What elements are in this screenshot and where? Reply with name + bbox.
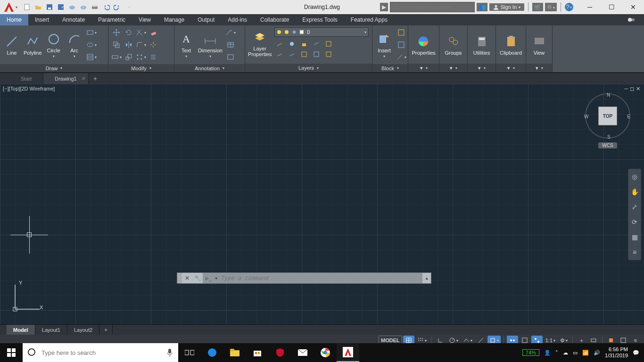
layer-match-icon[interactable]: [323, 39, 334, 49]
zoom-extents-icon[interactable]: ⤢: [630, 202, 639, 212]
clipboard-button[interactable]: Clipboard: [500, 34, 522, 56]
volume-icon[interactable]: 🔊: [594, 350, 600, 356]
wcs-badge[interactable]: WCS: [598, 142, 617, 148]
panel-modify-title[interactable]: Modify: [108, 64, 174, 72]
circle-button[interactable]: Circle▾: [45, 32, 63, 58]
layer-state-icon[interactable]: [323, 49, 334, 59]
layout-tab-model[interactable]: Model: [7, 325, 35, 335]
panel-view-title[interactable]: ▾: [526, 64, 552, 72]
command-input[interactable]: [221, 275, 420, 281]
qat-customize-icon[interactable]: [124, 2, 134, 12]
drawing-viewport[interactable]: [−][Top][2D Wireframe] ─ ◻ ✕ Y X TOP N E…: [0, 84, 644, 324]
open-icon[interactable]: [33, 2, 43, 12]
a360-icon[interactable]: ♲: [545, 3, 557, 11]
search-play-icon[interactable]: ▶: [380, 3, 388, 11]
tab-insert[interactable]: Insert: [28, 14, 56, 25]
viewcube[interactable]: TOP N E S W WCS: [582, 93, 634, 149]
tab-express[interactable]: Express Tools: [296, 14, 344, 25]
utilities-button[interactable]: Utilities: [473, 34, 491, 56]
layout-tab-add[interactable]: ＋: [99, 325, 113, 335]
panel-annotation-title[interactable]: Annotation: [174, 64, 245, 72]
store-icon[interactable]: [246, 343, 269, 362]
tray-chevron-icon[interactable]: ˄: [555, 350, 558, 356]
layout-tab-layout1[interactable]: Layout1: [35, 325, 67, 335]
tab-home[interactable]: Home: [0, 14, 28, 25]
help-search-input[interactable]: [390, 2, 475, 12]
layer-dropdown[interactable]: 0 ▾: [274, 27, 369, 37]
layer-uniso-icon[interactable]: [287, 49, 297, 59]
erase-icon[interactable]: [148, 27, 158, 38]
layer-off-icon[interactable]: [274, 39, 285, 49]
insert-button[interactable]: Insert▾: [375, 32, 393, 58]
chrome-icon[interactable]: [314, 343, 337, 362]
copy-icon[interactable]: [111, 40, 122, 50]
scale-icon[interactable]: [124, 52, 134, 62]
create-block-icon[interactable]: [396, 27, 406, 38]
mirror-icon[interactable]: [124, 40, 134, 50]
undo-icon[interactable]: [101, 2, 111, 12]
signin-button[interactable]: Sign In ▾: [489, 3, 524, 11]
layer-freeze-icon[interactable]: [287, 39, 297, 49]
pan-icon[interactable]: ✋: [630, 187, 639, 197]
groups-button[interactable]: Groups: [445, 34, 462, 56]
navbar-menu-icon[interactable]: ≡: [630, 247, 639, 257]
viewport-maximize-icon[interactable]: ◻: [630, 86, 634, 92]
explode-icon[interactable]: [148, 40, 158, 50]
close-button[interactable]: ✕: [622, 0, 644, 14]
app-menu-button[interactable]: ▾: [0, 0, 20, 14]
cmdline-options-icon[interactable]: 🔧: [192, 273, 203, 283]
offset-icon[interactable]: [148, 52, 158, 62]
rotate-icon[interactable]: [124, 27, 134, 38]
text-button[interactable]: AText▾: [177, 32, 195, 58]
close-tab-icon[interactable]: ✕: [82, 76, 85, 81]
cmdline-drag-handle[interactable]: [177, 273, 182, 283]
viewcube-top-face[interactable]: TOP: [598, 107, 617, 125]
ellipse-icon[interactable]: [86, 40, 97, 50]
table-icon[interactable]: [225, 40, 236, 50]
layer-prev-icon[interactable]: [299, 49, 309, 59]
tab-parametric[interactable]: Parametric: [91, 14, 132, 25]
mail-icon[interactable]: [291, 343, 314, 362]
ribbon-min-toggle[interactable]: [620, 14, 644, 25]
hatch-icon[interactable]: [86, 52, 97, 62]
tray-battery-icon[interactable]: ▭: [573, 350, 578, 356]
view-button[interactable]: View: [530, 34, 548, 56]
mic-icon[interactable]: [166, 348, 173, 357]
taskbar-search-input[interactable]: [41, 349, 161, 356]
tableedit-icon[interactable]: [225, 52, 236, 62]
redo-icon[interactable]: [112, 2, 123, 12]
cmdline-close-icon[interactable]: ✕: [182, 273, 192, 283]
explorer-icon[interactable]: [223, 343, 246, 362]
taskbar-clock[interactable]: 6:56 PM 1/31/2019: [605, 346, 628, 359]
edit-block-icon[interactable]: [396, 40, 406, 50]
maximize-button[interactable]: ☐: [601, 0, 622, 14]
layer-lock-icon[interactable]: [299, 39, 309, 49]
panel-properties-title[interactable]: ▾: [408, 64, 439, 72]
cmdline-history-icon[interactable]: ▴: [422, 276, 431, 280]
people-icon[interactable]: 👤: [544, 350, 551, 356]
help-icon[interactable]: ?: [565, 3, 573, 11]
exchange-icon[interactable]: 🛒: [532, 3, 543, 11]
fullnav-icon[interactable]: ◎: [630, 172, 639, 181]
infocenter-icon[interactable]: 👥: [477, 3, 487, 11]
polyline-button[interactable]: Polyline: [24, 34, 42, 56]
ucs-icon[interactable]: Y X: [10, 281, 43, 314]
panel-groups-title[interactable]: ▾: [439, 64, 467, 72]
viewport-label[interactable]: [−][Top][2D Wireframe]: [3, 86, 55, 91]
showmotion-icon[interactable]: ▦: [630, 232, 639, 242]
save-icon[interactable]: [44, 2, 55, 12]
array-icon[interactable]: [136, 52, 146, 62]
dimension-button[interactable]: Dimension▾: [198, 32, 223, 58]
layout-tab-layout2[interactable]: Layout2: [67, 325, 99, 335]
line-button[interactable]: Line: [3, 34, 21, 56]
arc-button[interactable]: Arc▾: [66, 32, 83, 58]
tab-annotate[interactable]: Annotate: [56, 14, 91, 25]
taskview-icon[interactable]: [178, 343, 201, 362]
start-button[interactable]: [0, 343, 23, 362]
panel-layers-title[interactable]: Layers: [245, 64, 372, 72]
new-icon[interactable]: [22, 2, 32, 12]
tab-collaborate[interactable]: Collaborate: [254, 14, 296, 25]
mcafee-icon[interactable]: [269, 343, 291, 362]
leader-icon[interactable]: [225, 27, 236, 38]
layer-make-current-icon[interactable]: [311, 39, 322, 49]
